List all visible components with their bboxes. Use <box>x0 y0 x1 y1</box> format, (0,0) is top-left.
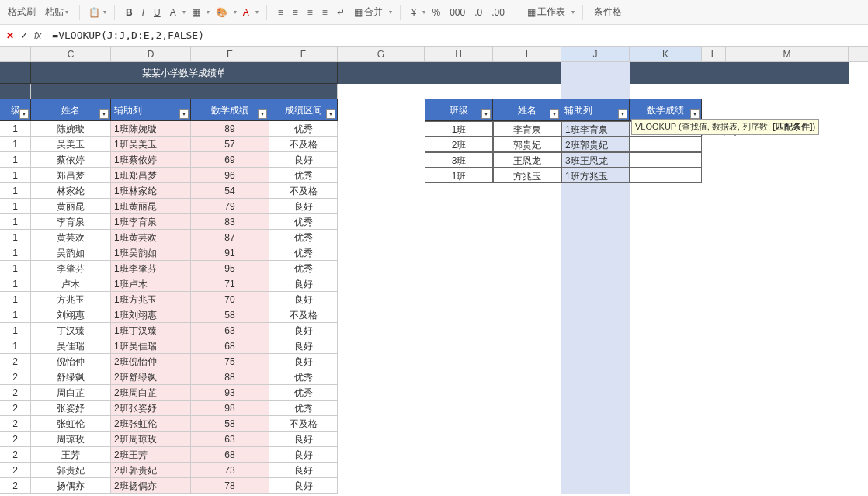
cell[interactable]: 1 <box>0 307 31 323</box>
cell[interactable]: 1班 <box>425 168 493 183</box>
cell[interactable]: 张姿妤 <box>31 401 111 416</box>
cell[interactable] <box>561 199 630 214</box>
cell[interactable]: 1班方兆玉 <box>561 168 630 183</box>
cell[interactable]: 王恩龙 <box>493 152 561 168</box>
cell[interactable]: 93 <box>191 385 269 401</box>
cell[interactable]: 2 <box>0 401 31 416</box>
cell[interactable] <box>425 432 493 447</box>
cell[interactable] <box>702 369 726 385</box>
col-header-d[interactable]: D <box>111 47 191 61</box>
cell[interactable] <box>425 338 493 354</box>
cell[interactable] <box>702 463 726 478</box>
cell[interactable]: 陈婉璇 <box>31 121 111 137</box>
cell[interactable]: 2班倪怡仲 <box>111 354 191 369</box>
cell[interactable] <box>702 447 726 463</box>
align-right-button[interactable]: ≡ <box>304 5 316 19</box>
cell[interactable] <box>702 168 726 183</box>
cell[interactable] <box>630 401 702 416</box>
cell[interactable] <box>702 137 726 152</box>
cell[interactable]: 不及格 <box>269 137 338 152</box>
cell[interactable] <box>338 385 425 401</box>
cell[interactable] <box>630 432 702 447</box>
font-color-button[interactable]: A <box>167 5 179 19</box>
cell[interactable] <box>726 214 849 230</box>
cell[interactable] <box>702 478 726 494</box>
cell[interactable] <box>425 385 493 401</box>
cell[interactable] <box>630 478 702 494</box>
cell[interactable]: 1 <box>0 230 31 245</box>
cell[interactable] <box>561 276 630 292</box>
cell[interactable] <box>561 323 630 338</box>
worksheet-button[interactable]: ▦ 工作表 <box>524 4 568 20</box>
cell[interactable] <box>702 245 726 261</box>
cell[interactable] <box>338 183 425 199</box>
cell[interactable]: 69 <box>191 152 269 168</box>
cell[interactable]: 良好 <box>269 463 338 478</box>
cell[interactable]: 吴佳瑞 <box>31 338 111 354</box>
cell[interactable]: 2 <box>0 463 31 478</box>
clipboard-icon[interactable]: 📋 <box>88 6 100 19</box>
cell[interactable] <box>338 323 425 338</box>
col-header-e[interactable]: E <box>191 47 269 61</box>
header-score-r[interactable]: 数学成绩 <box>630 99 702 121</box>
cell[interactable]: 郭贵妃 <box>493 137 561 152</box>
cell[interactable] <box>702 338 726 354</box>
cell[interactable]: 1班李育泉 <box>111 214 191 230</box>
cell[interactable] <box>493 385 561 401</box>
cell[interactable]: 1班方兆玉 <box>111 292 191 307</box>
cell[interactable]: 刘翊惠 <box>31 307 111 323</box>
cell[interactable]: 优秀 <box>269 401 338 416</box>
fill-color-button[interactable]: 🎨 <box>213 5 231 19</box>
cell[interactable] <box>726 478 849 494</box>
col-header[interactable] <box>0 47 31 61</box>
cell[interactable]: 卢木 <box>31 276 111 292</box>
cell[interactable] <box>338 307 425 323</box>
cell[interactable]: 优秀 <box>269 230 338 245</box>
col-header-j[interactable]: J <box>561 47 630 61</box>
col-header-k[interactable]: K <box>630 47 702 61</box>
cell[interactable] <box>726 307 849 323</box>
cell[interactable] <box>630 354 702 369</box>
cell[interactable] <box>338 463 425 478</box>
merge-button[interactable]: ▦ 合并 <box>351 4 386 20</box>
cell[interactable]: 68 <box>191 338 269 354</box>
cell[interactable]: 2 <box>0 354 31 369</box>
cell[interactable]: 1班吴韵如 <box>111 245 191 261</box>
cell[interactable] <box>726 276 849 292</box>
cell[interactable] <box>561 432 630 447</box>
cell[interactable]: 良好 <box>269 292 338 307</box>
cell[interactable] <box>630 447 702 463</box>
cell[interactable] <box>561 261 630 276</box>
cell[interactable]: 1 <box>0 168 31 183</box>
cell[interactable] <box>338 416 425 432</box>
cell[interactable] <box>630 261 702 276</box>
col-header-m[interactable]: M <box>726 47 849 61</box>
cell[interactable]: 良好 <box>269 432 338 447</box>
cell[interactable]: 70 <box>191 292 269 307</box>
cell[interactable] <box>338 338 425 354</box>
cell[interactable]: 不及格 <box>269 416 338 432</box>
cell[interactable]: 黄芸欢 <box>31 230 111 245</box>
cell[interactable] <box>493 338 561 354</box>
cell[interactable]: 1班卢木 <box>111 276 191 292</box>
cell[interactable] <box>425 292 493 307</box>
cell[interactable] <box>338 261 425 276</box>
cell[interactable]: 黄丽昆 <box>31 199 111 214</box>
cell[interactable]: 倪怡仲 <box>31 354 111 369</box>
cell[interactable] <box>726 447 849 463</box>
header-class[interactable]: 级 <box>0 99 31 121</box>
col-header-i[interactable]: I <box>493 47 561 61</box>
cell[interactable] <box>630 245 702 261</box>
cell[interactable] <box>702 416 726 432</box>
cell[interactable] <box>561 214 630 230</box>
cell[interactable] <box>726 385 849 401</box>
cell[interactable] <box>726 369 849 385</box>
cell[interactable] <box>338 354 425 369</box>
cell[interactable]: 不及格 <box>269 183 338 199</box>
cell[interactable]: 87 <box>191 230 269 245</box>
cell[interactable]: 蔡依婷 <box>31 152 111 168</box>
cell[interactable]: 98 <box>191 401 269 416</box>
cell[interactable] <box>425 354 493 369</box>
cell[interactable]: 1 <box>0 183 31 199</box>
cell[interactable] <box>726 401 849 416</box>
